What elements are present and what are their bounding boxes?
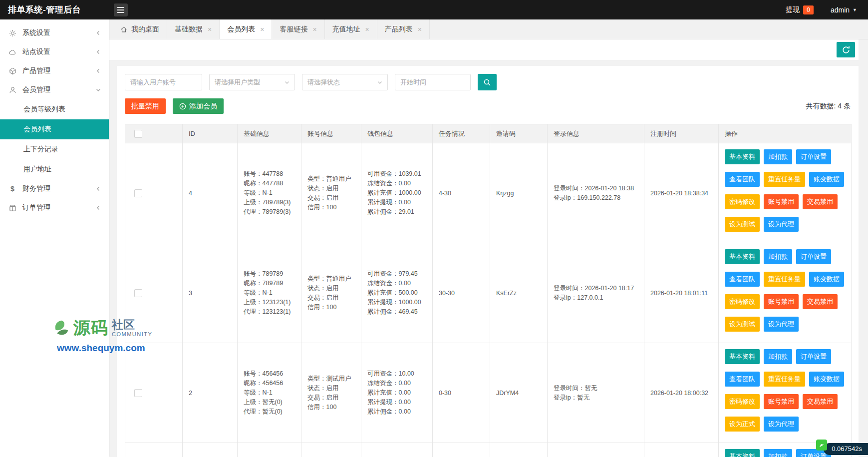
sidebar: 系统设置站点设置产品管理会员管理会员等级列表会员列表上下分记录用户地址$财务管理… (0, 19, 109, 457)
adjust-balance-button[interactable]: 加扣款 (764, 349, 792, 364)
disable-account-button[interactable]: 账号禁用 (764, 394, 799, 409)
disable-trade-button[interactable]: 交易禁用 (803, 294, 838, 309)
select-all-checkbox[interactable] (134, 130, 142, 138)
balance-log-button[interactable]: 账变数据 (809, 372, 844, 387)
checkbox-cell (125, 443, 183, 457)
column-header: 基础信息 (238, 124, 301, 143)
add-member-button[interactable]: 添加会员 (173, 98, 224, 114)
chevron-left-icon (96, 49, 101, 54)
close-tab-icon[interactable]: × (312, 25, 316, 33)
adjust-balance-button[interactable]: 加扣款 (764, 249, 792, 264)
sidebar-item-member-list[interactable]: 会员列表 (0, 119, 109, 139)
close-tab-icon[interactable]: × (260, 25, 264, 33)
render-time-text: 0.067542s (824, 443, 868, 455)
set-agent-button[interactable]: 设为代理 (764, 217, 799, 232)
chevron-left-icon (96, 30, 101, 35)
basic-profile-button[interactable]: 基本资料 (725, 249, 760, 264)
reset-task-button[interactable]: 重置任务量 (764, 272, 805, 287)
tab-label: 基础数据 (175, 25, 203, 34)
view-team-button[interactable]: 查看团队 (725, 172, 760, 187)
send-arrow-icon[interactable] (816, 440, 827, 451)
topbar-right: 提现 0 admin ▼ (786, 5, 868, 14)
order-settings-button[interactable]: 订单设置 (796, 349, 831, 364)
status-select[interactable]: 请选择状态 (302, 74, 388, 90)
tab-my-desktop[interactable]: 我的桌面 (113, 19, 167, 39)
column-header: 操作 (719, 124, 852, 143)
sidebar-group-member-management[interactable]: 会员管理 (0, 80, 109, 99)
render-time-badge: 0.067542s (816, 443, 868, 455)
basic-profile-button[interactable]: 基本资料 (725, 449, 760, 457)
table-header-row: ID基础信息账号信息钱包信息任务情况邀请码登录信息注册时间操作 (125, 124, 852, 143)
basic-profile-button[interactable]: 基本资料 (725, 349, 760, 364)
disable-account-button[interactable]: 账号禁用 (764, 194, 799, 209)
sidebar-group-product-management[interactable]: 产品管理 (0, 61, 109, 80)
view-team-button[interactable]: 查看团队 (725, 272, 760, 287)
row-checkbox[interactable] (134, 289, 142, 297)
user-type-select[interactable]: 请选择用户类型 (209, 74, 295, 90)
set-test-button[interactable]: 设为测试 (725, 217, 760, 232)
tab-recharge-address[interactable]: 充值地址× (325, 19, 377, 39)
register-time-cell: 2026-01-20 18:00:32 (644, 343, 719, 443)
sidebar-group-system-settings[interactable]: 系统设置 (0, 23, 109, 42)
change-password-button[interactable]: 密码修改 (725, 394, 760, 409)
reset-task-button[interactable]: 重置任务量 (764, 172, 805, 187)
chevron-down-icon (96, 87, 101, 92)
batch-disable-button[interactable]: 批量禁用 (125, 98, 166, 114)
refresh-button[interactable] (837, 42, 855, 57)
search-button[interactable] (478, 74, 497, 90)
order-icon (8, 204, 17, 212)
close-tab-icon[interactable]: × (365, 25, 369, 33)
sidebar-item-member-level-list[interactable]: 会员等级列表 (0, 99, 109, 119)
actions-cell: 基本资料加扣款订单设置查看团队重置任务量账变数据密码修改账号禁用交易禁用设为正式… (719, 343, 852, 443)
start-time-input[interactable] (395, 74, 471, 90)
row-checkbox[interactable] (134, 389, 142, 397)
search-icon (483, 78, 491, 86)
tab-service-link[interactable]: 客服链接× (272, 19, 324, 39)
withdraw-link[interactable]: 提现 0 (786, 5, 814, 14)
set-test-button[interactable]: 设为测试 (725, 317, 760, 332)
disable-account-button[interactable]: 账号禁用 (764, 294, 799, 309)
sidebar-group-finance-management[interactable]: $财务管理 (0, 179, 109, 198)
wallet-info-cell: 可用资金：1039.01冻结资金：0.00累计充值：1000.00累计提现：0.… (361, 143, 433, 243)
order-settings-button[interactable]: 订单设置 (796, 149, 831, 164)
basic-profile-button[interactable]: 基本资料 (725, 149, 760, 164)
close-tab-icon[interactable]: × (208, 25, 212, 33)
sidebar-group-label: 会员管理 (22, 85, 50, 94)
sidebar-group-label: 订单管理 (22, 203, 50, 212)
order-settings-button[interactable]: 订单设置 (796, 249, 831, 264)
tab-product-list[interactable]: 产品列表× (377, 19, 430, 39)
close-tab-icon[interactable]: × (418, 25, 422, 33)
column-header: ID (183, 124, 238, 143)
set-agent-button[interactable]: 设为代理 (764, 317, 799, 332)
chevron-down-icon (285, 80, 289, 85)
content-card: 请选择用户类型 请选择状态 批量禁用 添加会员 共有数据: 4 条 (117, 66, 859, 457)
set-agent-button[interactable]: 设为代理 (764, 417, 799, 432)
account-search-input[interactable] (125, 74, 202, 90)
id-cell: 3 (183, 243, 238, 343)
disable-trade-button[interactable]: 交易禁用 (803, 394, 838, 409)
task-progress-cell (433, 443, 490, 457)
menu-toggle-icon[interactable] (114, 3, 128, 16)
adjust-balance-button[interactable]: 加扣款 (764, 149, 792, 164)
reset-task-button[interactable]: 重置任务量 (764, 372, 805, 387)
sidebar-item-user-address[interactable]: 用户地址 (0, 159, 109, 179)
view-team-button[interactable]: 查看团队 (725, 372, 760, 387)
change-password-button[interactable]: 密码修改 (725, 194, 760, 209)
balance-log-button[interactable]: 账变数据 (809, 272, 844, 287)
balance-log-button[interactable]: 账变数据 (809, 172, 844, 187)
user-menu[interactable]: admin ▼ (831, 6, 857, 14)
disable-trade-button[interactable]: 交易禁用 (803, 194, 838, 209)
set-formal-button[interactable]: 设为正式 (725, 417, 760, 432)
change-password-button[interactable]: 密码修改 (725, 294, 760, 309)
sidebar-group-label: 系统设置 (22, 28, 50, 37)
product-icon (8, 67, 17, 75)
tab-member-list[interactable]: 会员列表× (220, 19, 272, 39)
sidebar-item-label: 用户地址 (23, 165, 51, 174)
adjust-balance-button[interactable]: 加扣款 (764, 449, 792, 457)
sidebar-group-order-management[interactable]: 订单管理 (0, 198, 109, 217)
tab-basic-data[interactable]: 基础数据× (167, 19, 220, 39)
row-checkbox[interactable] (134, 189, 142, 197)
sidebar-group-site-settings[interactable]: 站点设置 (0, 42, 109, 61)
sidebar-item-updown-records[interactable]: 上下分记录 (0, 139, 109, 159)
basic-info-cell: 账号：447788昵称：447788等级：N-1上级：789789(3)代理：7… (238, 143, 301, 243)
